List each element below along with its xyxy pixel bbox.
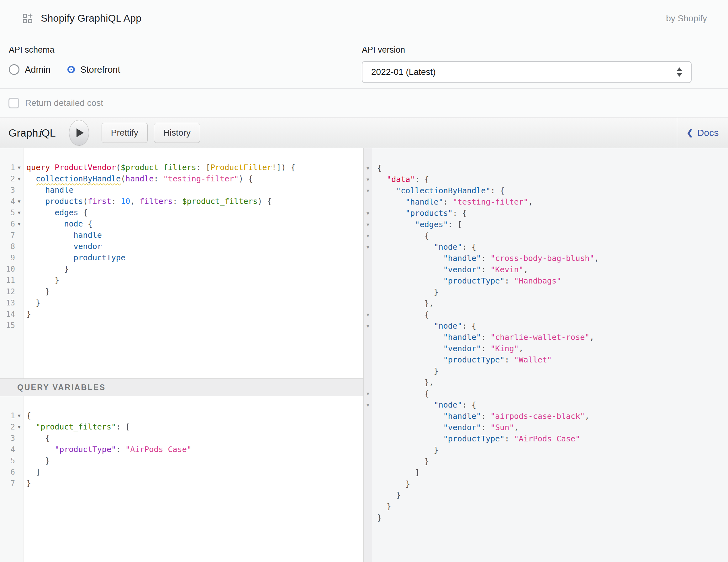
code-line: ▼ "edges": [ — [364, 219, 728, 230]
code-text: } — [23, 297, 40, 308]
code-line: ▼ "collectionByHandle": { — [364, 185, 728, 197]
code-text: node { — [23, 218, 92, 230]
fold-spacer — [364, 411, 372, 422]
code-text: ] — [23, 466, 40, 478]
page-title: Shopify GraphiQL App — [41, 13, 141, 24]
fold-arrow-icon[interactable]: ▼ — [15, 162, 23, 173]
query-variables-toggle[interactable]: QUERY VARIABLES — [0, 378, 363, 396]
app-header: Shopify GraphiQL App by Shopify — [0, 0, 728, 37]
storefront-radio-label[interactable]: Storefront — [80, 65, 120, 75]
fold-arrow-icon[interactable]: ▼ — [364, 399, 372, 411]
code-text: "handle": "cross-body-bag-blush", — [372, 253, 599, 264]
workspace: 1▼query ProductVendor($product_filters: … — [0, 148, 728, 562]
code-text: } — [23, 275, 59, 286]
history-button[interactable]: History — [154, 123, 200, 143]
code-text: "handle": "airpods-case-black", — [372, 411, 589, 422]
code-line: ▼ "data": { — [364, 174, 728, 185]
code-text: handle — [23, 230, 102, 241]
fold-arrow-icon[interactable]: ▼ — [364, 309, 372, 320]
admin-radio[interactable] — [9, 64, 19, 75]
code-line: }, — [364, 298, 728, 309]
storefront-radio[interactable] — [69, 67, 73, 72]
fold-spacer — [364, 286, 372, 298]
config-section: API schema Admin Storefront API version … — [0, 37, 728, 89]
code-text: query ProductVendor($product_filters: [P… — [23, 162, 295, 173]
execute-button[interactable] — [69, 120, 89, 146]
fold-spacer — [364, 456, 372, 467]
code-text: } — [372, 512, 382, 523]
code-text: collectionByHandle(handle: "testing-filt… — [23, 173, 253, 185]
fold-arrow-icon[interactable]: ▼ — [15, 410, 23, 421]
code-line: 2▼ "product_filters": [ — [0, 421, 363, 433]
chevron-left-icon: ❮ — [687, 128, 693, 137]
code-text: "vendor": "King", — [372, 343, 524, 354]
prettify-button[interactable]: Prettify — [102, 123, 148, 143]
admin-radio-label[interactable]: Admin — [25, 65, 50, 75]
line-number: 12 — [0, 286, 15, 297]
code-line: 1▼query ProductVendor($product_filters: … — [0, 162, 363, 173]
fold-arrow-icon[interactable]: ▼ — [15, 207, 23, 218]
radio-group-storefront[interactable]: Storefront — [67, 65, 120, 75]
fold-spacer — [15, 308, 23, 320]
fold-spacer — [364, 467, 372, 478]
docs-button[interactable]: ❮ Docs — [687, 128, 719, 138]
code-text: } — [372, 501, 391, 512]
fold-arrow-icon[interactable]: ▼ — [364, 219, 372, 230]
fold-arrow-icon[interactable]: ▼ — [364, 388, 372, 399]
code-line: } — [364, 444, 728, 456]
fold-spacer — [364, 253, 372, 264]
code-line: "productType": "Wallet" — [364, 354, 728, 365]
api-version-value: 2022-01 (Latest) — [371, 67, 435, 77]
fold-spacer — [364, 422, 372, 433]
code-line: 10 } — [0, 264, 363, 275]
fold-spacer — [15, 185, 23, 196]
code-line: 3 handle — [0, 185, 363, 196]
code-text: }, — [372, 377, 434, 388]
code-line: } — [364, 365, 728, 377]
fold-arrow-icon[interactable]: ▼ — [364, 174, 372, 185]
line-number: 11 — [0, 275, 15, 286]
fold-spacer — [15, 275, 23, 286]
fold-arrow-icon[interactable]: ▼ — [15, 421, 23, 433]
fold-arrow-icon[interactable]: ▼ — [15, 173, 23, 185]
fold-spacer — [15, 252, 23, 264]
return-detailed-cost-checkbox[interactable] — [8, 98, 19, 108]
code-text: { — [372, 309, 429, 320]
fold-spacer — [15, 466, 23, 478]
fold-arrow-icon[interactable]: ▼ — [15, 196, 23, 207]
line-number: 7 — [0, 478, 15, 489]
fold-arrow-icon[interactable]: ▼ — [364, 163, 372, 174]
code-line: 9 productType — [0, 252, 363, 264]
query-editor[interactable]: 1▼query ProductVendor($product_filters: … — [0, 148, 363, 378]
code-line: 13 } — [0, 297, 363, 308]
api-version-select[interactable]: 2022-01 (Latest) — [362, 61, 692, 83]
fold-arrow-icon[interactable]: ▼ — [364, 242, 372, 253]
fold-spacer — [15, 264, 23, 275]
fold-arrow-icon[interactable]: ▼ — [364, 185, 372, 197]
code-line: 8 vendor — [0, 241, 363, 252]
line-number: 15 — [0, 320, 15, 331]
api-schema-group: API schema Admin Storefront — [9, 45, 137, 75]
code-line: 6▼ node { — [0, 218, 363, 230]
byline: by Shopify — [666, 13, 707, 24]
code-text: } — [372, 444, 439, 456]
code-line: } — [364, 478, 728, 490]
variables-editor[interactable]: 1▼{2▼ "product_filters": [3 {4 "productT… — [0, 396, 363, 562]
code-text: "node": { — [372, 242, 476, 253]
play-icon — [76, 129, 84, 137]
fold-arrow-icon[interactable]: ▼ — [15, 218, 23, 230]
code-line: } — [364, 501, 728, 512]
fold-arrow-icon[interactable]: ▼ — [364, 320, 372, 332]
line-number: 8 — [0, 241, 15, 252]
code-line: ▼ "products": { — [364, 208, 728, 219]
code-line: 3 { — [0, 433, 363, 444]
fold-arrow-icon[interactable]: ▼ — [364, 208, 372, 219]
return-detailed-cost-label[interactable]: Return detailed cost — [25, 98, 103, 108]
fold-arrow-icon[interactable]: ▼ — [364, 230, 372, 242]
code-text: } — [23, 286, 50, 297]
fold-spacer — [15, 320, 23, 331]
fold-spacer — [364, 444, 372, 456]
code-line: "handle": "testing-filter", — [364, 197, 728, 208]
code-line: "vendor": "Sun", — [364, 422, 728, 433]
radio-group-admin[interactable]: Admin — [9, 64, 50, 75]
